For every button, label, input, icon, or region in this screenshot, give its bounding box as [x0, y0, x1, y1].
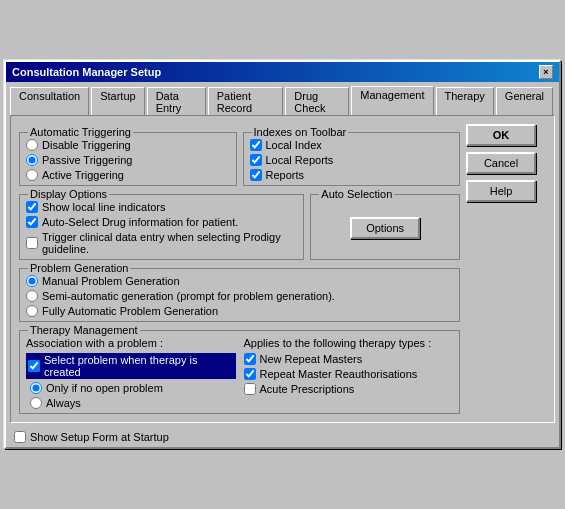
new-repeat-masters-option[interactable]: New Repeat Masters — [244, 353, 454, 365]
show-local-line-option[interactable]: Show local line indicators — [26, 201, 297, 213]
association-title: Association with a problem : — [26, 337, 236, 349]
acute-prescriptions-label: Acute Prescriptions — [260, 383, 355, 395]
fully-auto-label: Fully Automatic Problem Generation — [42, 305, 218, 317]
fully-auto-option[interactable]: Fully Automatic Problem Generation — [26, 305, 453, 317]
select-problem-checkbox[interactable] — [28, 360, 40, 372]
bottom-bar: Show Setup Form at Startup — [6, 427, 559, 447]
manual-problem-option[interactable]: Manual Problem Generation — [26, 275, 453, 287]
main-window: Consultation Manager Setup × Consultatio… — [4, 60, 561, 449]
acute-prescriptions-option[interactable]: Acute Prescriptions — [244, 383, 454, 395]
tab-data-entry[interactable]: Data Entry — [147, 87, 206, 116]
repeat-master-reauth-option[interactable]: Repeat Master Reauthorisations — [244, 368, 454, 380]
local-reports-option[interactable]: Local Reports — [250, 154, 454, 166]
reports-checkbox[interactable] — [250, 169, 262, 181]
passive-triggering-radio[interactable] — [26, 154, 38, 166]
active-triggering-label: Active Triggering — [42, 169, 124, 181]
auto-select-drug-option[interactable]: Auto-Select Drug information for patient… — [26, 216, 297, 228]
select-problem-row[interactable]: Select problem when therapy is created — [26, 353, 236, 379]
trigger-clinical-label: Trigger clinical data entry when selecti… — [42, 231, 297, 255]
display-options-group: Display Options Show local line indicato… — [19, 194, 304, 260]
therapy-association: Association with a problem : Select prob… — [26, 337, 236, 409]
problem-generation-options: Manual Problem Generation Semi-automatic… — [26, 275, 453, 317]
cancel-button[interactable]: Cancel — [466, 152, 536, 174]
show-setup-checkbox[interactable] — [14, 431, 26, 443]
right-column: OK Cancel Help — [466, 124, 546, 414]
always-option[interactable]: Always — [30, 397, 236, 409]
new-repeat-masters-label: New Repeat Masters — [260, 353, 363, 365]
passive-triggering-option[interactable]: Passive Triggering — [26, 154, 230, 166]
tab-consultation[interactable]: Consultation — [10, 87, 89, 116]
local-reports-label: Local Reports — [266, 154, 334, 166]
local-reports-checkbox[interactable] — [250, 154, 262, 166]
auto-selection-title: Auto Selection — [319, 188, 394, 200]
only-if-no-open-option[interactable]: Only if no open problem — [30, 382, 236, 394]
therapy-management-title: Therapy Management — [28, 324, 140, 336]
options-button[interactable]: Options — [350, 217, 420, 239]
only-if-no-open-radio[interactable] — [30, 382, 42, 394]
acute-prescriptions-checkbox[interactable] — [244, 383, 256, 395]
auto-triggering-group: Automatic Triggering Disable Triggering … — [19, 132, 237, 186]
indexes-toolbar-title: Indexes on Toolbar — [252, 126, 349, 138]
local-index-label: Local Index — [266, 139, 322, 151]
left-column: Automatic Triggering Disable Triggering … — [19, 124, 460, 414]
main-content: Automatic Triggering Disable Triggering … — [10, 115, 555, 423]
therapy-types: Applies to the following therapy types :… — [244, 337, 454, 409]
reports-option[interactable]: Reports — [250, 169, 454, 181]
reports-label: Reports — [266, 169, 305, 181]
fully-auto-radio[interactable] — [26, 305, 38, 317]
show-local-line-label: Show local line indicators — [42, 201, 166, 213]
active-triggering-option[interactable]: Active Triggering — [26, 169, 230, 181]
display-options-title: Display Options — [28, 188, 109, 200]
trigger-clinical-checkbox[interactable] — [26, 237, 38, 249]
auto-triggering-options: Disable Triggering Passive Triggering Ac… — [26, 139, 230, 181]
display-options-checkboxes: Show local line indicators Auto-Select D… — [26, 201, 297, 255]
ok-button[interactable]: OK — [466, 124, 536, 146]
indexes-toolbar-group: Indexes on Toolbar Local Index Local Rep… — [243, 132, 461, 186]
tab-general[interactable]: General — [496, 87, 553, 116]
auto-selection-group: Auto Selection Options — [310, 194, 460, 260]
local-index-checkbox[interactable] — [250, 139, 262, 151]
show-setup-label: Show Setup Form at Startup — [30, 431, 169, 443]
auto-select-drug-checkbox[interactable] — [26, 216, 38, 228]
tab-drug-check[interactable]: Drug Check — [285, 87, 349, 116]
tab-management[interactable]: Management — [351, 86, 433, 115]
auto-triggering-title: Automatic Triggering — [28, 126, 133, 138]
semi-auto-option[interactable]: Semi-automatic generation (prompt for pr… — [26, 290, 453, 302]
always-radio[interactable] — [30, 397, 42, 409]
active-triggering-radio[interactable] — [26, 169, 38, 181]
window-title: Consultation Manager Setup — [12, 66, 161, 78]
auto-select-drug-label: Auto-Select Drug information for patient… — [42, 216, 238, 228]
repeat-master-reauth-label: Repeat Master Reauthorisations — [260, 368, 418, 380]
select-problem-label: Select problem when therapy is created — [44, 354, 234, 378]
disable-triggering-radio[interactable] — [26, 139, 38, 151]
applies-title: Applies to the following therapy types : — [244, 337, 454, 349]
disable-triggering-option[interactable]: Disable Triggering — [26, 139, 230, 151]
repeat-master-reauth-checkbox[interactable] — [244, 368, 256, 380]
tab-startup[interactable]: Startup — [91, 87, 144, 116]
new-repeat-masters-checkbox[interactable] — [244, 353, 256, 365]
trigger-clinical-option[interactable]: Trigger clinical data entry when selecti… — [26, 231, 297, 255]
disable-triggering-label: Disable Triggering — [42, 139, 131, 151]
close-button[interactable]: × — [539, 65, 553, 79]
semi-auto-label: Semi-automatic generation (prompt for pr… — [42, 290, 335, 302]
local-index-option[interactable]: Local Index — [250, 139, 454, 151]
tabs-row: Consultation Startup Data Entry Patient … — [6, 82, 559, 115]
manual-problem-label: Manual Problem Generation — [42, 275, 180, 287]
show-setup-option[interactable]: Show Setup Form at Startup — [14, 431, 169, 443]
therapy-management-group: Therapy Management Association with a pr… — [19, 330, 460, 414]
title-bar: Consultation Manager Setup × — [6, 62, 559, 82]
show-local-line-checkbox[interactable] — [26, 201, 38, 213]
always-label: Always — [46, 397, 81, 409]
indexes-toolbar-options: Local Index Local Reports Reports — [250, 139, 454, 181]
therapy-inner: Association with a problem : Select prob… — [26, 337, 453, 409]
tab-therapy[interactable]: Therapy — [436, 87, 494, 116]
problem-generation-group: Problem Generation Manual Problem Genera… — [19, 268, 460, 322]
tab-patient-record[interactable]: Patient Record — [208, 87, 284, 116]
manual-problem-radio[interactable] — [26, 275, 38, 287]
passive-triggering-label: Passive Triggering — [42, 154, 133, 166]
help-button[interactable]: Help — [466, 180, 536, 202]
problem-generation-title: Problem Generation — [28, 262, 130, 274]
semi-auto-radio[interactable] — [26, 290, 38, 302]
only-if-no-open-label: Only if no open problem — [46, 382, 163, 394]
